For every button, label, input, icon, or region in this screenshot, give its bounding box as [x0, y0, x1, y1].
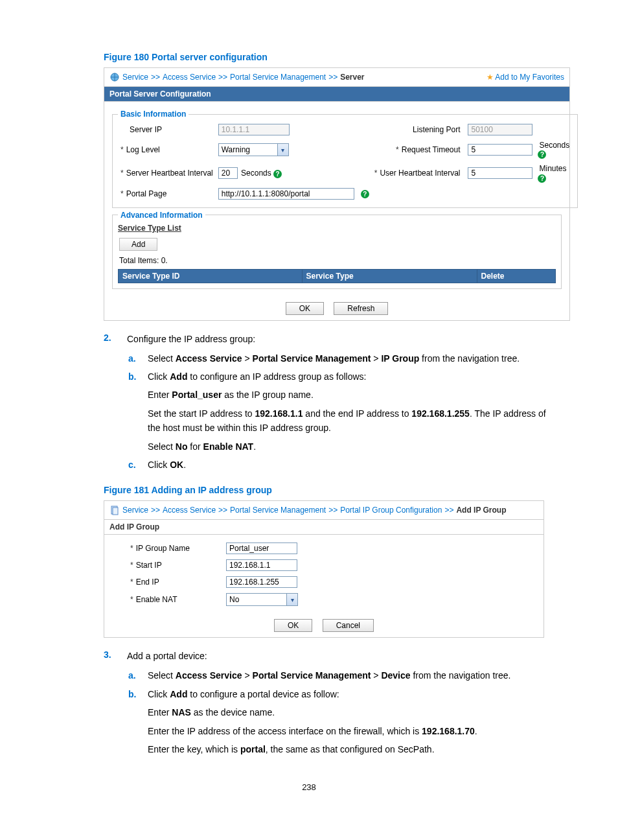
sub-block-2b-3: Select No for Enable NAT. — [148, 439, 553, 454]
step-number-3: 3. — [104, 649, 115, 663]
unit-seconds-shbi: Seconds — [241, 169, 271, 178]
page-number: 238 — [65, 782, 553, 792]
breadcrumb: Service >> Access Service >> Portal Serv… — [104, 68, 569, 86]
sub-text-2c: Click OK. — [148, 458, 553, 472]
sub-letter-2a: a. — [128, 351, 140, 366]
add-button[interactable]: Add — [119, 238, 157, 251]
request-timeout-input[interactable] — [468, 144, 532, 156]
enable-nat-select[interactable]: ▾ — [226, 593, 298, 606]
step-number-2: 2. — [104, 332, 115, 346]
label-ip-group-name: IP Group Name — [111, 540, 223, 557]
sub-block-3b-2: Enter the IP address of the access inter… — [148, 724, 553, 738]
panel-header-add-ip-group: Add IP Group — [104, 519, 544, 535]
breadcrumb-service[interactable]: Service — [122, 506, 148, 515]
breadcrumb-access-service[interactable]: Access Service — [163, 73, 216, 82]
sub-block-2b-2: Set the start IP address to 192.168.1.1 … — [148, 406, 553, 436]
label-log-level: Log Level — [118, 138, 216, 161]
server-heartbeat-input[interactable] — [218, 167, 238, 179]
refresh-button[interactable]: Refresh — [334, 302, 388, 315]
sub-text-3a: Select Access Service > Portal Service M… — [148, 668, 553, 682]
sub-letter-2c: c. — [128, 458, 140, 472]
screenshot-portal-server-config: Service >> Access Service >> Portal Serv… — [104, 67, 570, 321]
user-heartbeat-input[interactable] — [468, 167, 532, 179]
ip-group-name-input[interactable] — [226, 542, 297, 554]
legend-advanced-info: Advanced Information — [118, 211, 205, 220]
sub-letter-2b: b. — [128, 369, 140, 384]
label-user-heartbeat-interval: User Heartbeat Interval — [372, 161, 466, 185]
breadcrumb-pipg[interactable]: Portal IP Group Configuration — [340, 506, 442, 515]
unit-seconds-rt: Seconds — [539, 141, 569, 150]
step-text-2: Configure the IP address group: — [127, 332, 553, 346]
breadcrumb-current-add-ip-group: Add IP Group — [456, 506, 506, 515]
label-request-timeout: Request Timeout — [372, 138, 466, 161]
svg-rect-2 — [113, 508, 118, 515]
label-start-ip: Start IP — [111, 557, 223, 574]
breadcrumb-access-service[interactable]: Access Service — [163, 506, 216, 515]
help-icon[interactable]: ? — [273, 170, 282, 178]
col-service-type-id[interactable]: Service Type ID — [119, 269, 303, 283]
end-ip-input[interactable] — [226, 576, 297, 588]
sub-letter-3b: b. — [128, 687, 140, 701]
service-type-list-header: Service Type List — [118, 222, 556, 235]
panel-header-portal-server: Portal Server Configuration — [104, 86, 569, 102]
sub-text-2b: Click Add to configure an IP address gro… — [148, 369, 553, 384]
log-level-select[interactable]: ▾ — [218, 143, 289, 156]
total-items-label: Total Items: 0. — [118, 253, 556, 268]
ok-button[interactable]: OK — [274, 619, 312, 632]
figure-180-title: Figure 180 Portal server configuration — [104, 52, 553, 62]
chevron-down-icon[interactable]: ▾ — [277, 144, 288, 156]
star-icon: ★ — [486, 73, 494, 82]
legend-basic-info: Basic Information — [118, 110, 189, 119]
add-to-favorites-link[interactable]: ★ Add to My Favorites — [486, 73, 564, 82]
col-service-type[interactable]: Service Type — [302, 269, 477, 283]
breadcrumb-service[interactable]: Service — [122, 73, 148, 82]
service-type-table: Service Type ID Service Type Delete — [118, 269, 556, 283]
sub-letter-3a: a. — [128, 668, 140, 682]
sub-text-2a: Select Access Service > Portal Service M… — [148, 351, 553, 366]
label-portal-page: Portal Page — [118, 185, 216, 202]
ok-button[interactable]: OK — [286, 302, 324, 315]
breadcrumb-psm[interactable]: Portal Service Management — [230, 506, 326, 515]
unit-minutes: Minutes — [539, 164, 566, 173]
help-icon[interactable]: ? — [361, 190, 369, 198]
col-delete[interactable]: Delete — [477, 269, 556, 283]
portal-page-input[interactable] — [218, 188, 354, 200]
label-server-heartbeat-interval: Server Heartbeat Interval — [118, 161, 216, 185]
label-listening-port: Listening Port — [372, 121, 466, 138]
label-server-ip: Server IP — [118, 121, 216, 138]
globe-icon — [109, 72, 120, 82]
sub-block-3b-3: Enter the key, which is portal, the same… — [148, 742, 553, 756]
fieldset-basic-info: Basic Information Server IP Listening Po… — [112, 110, 578, 208]
sub-block-2b-1: Enter Portal_user as the IP group name. — [148, 388, 553, 402]
breadcrumb-current-server: Server — [340, 73, 364, 82]
step-text-3: Add a portal device: — [127, 649, 553, 663]
chevron-down-icon[interactable]: ▾ — [286, 594, 297, 605]
breadcrumb: Service >> Access Service >> Portal Serv… — [104, 501, 544, 519]
sub-text-3b: Click Add to configure a portal device a… — [148, 687, 553, 701]
label-end-ip: End IP — [111, 574, 223, 590]
help-icon[interactable]: ? — [538, 174, 546, 183]
figure-181-title: Figure 181 Adding an IP address group — [104, 485, 553, 495]
server-ip-input — [218, 124, 290, 135]
screenshot-add-ip-group: Service >> Access Service >> Portal Serv… — [104, 500, 544, 638]
cancel-button[interactable]: Cancel — [323, 619, 374, 632]
breadcrumb-portal-service-mgmt[interactable]: Portal Service Management — [230, 73, 326, 82]
label-enable-nat: Enable NAT — [111, 590, 223, 609]
page-icon — [109, 505, 120, 515]
sub-block-3b-1: Enter NAS as the device name. — [148, 705, 553, 719]
start-ip-input[interactable] — [226, 559, 297, 571]
fieldset-advanced-info: Advanced Information Service Type List A… — [112, 211, 562, 289]
listening-port-input — [468, 124, 532, 135]
help-icon[interactable]: ? — [538, 150, 546, 159]
